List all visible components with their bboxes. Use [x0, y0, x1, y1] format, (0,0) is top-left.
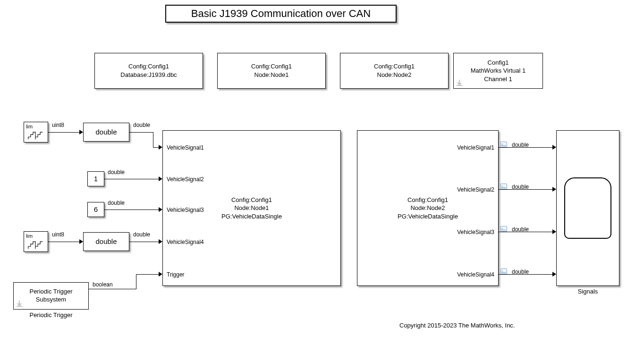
- constant-2[interactable]: 6: [87, 202, 104, 217]
- cfg2-line2: Node:Node1: [254, 71, 289, 79]
- signal-viewer-icon[interactable]: [500, 142, 507, 147]
- conv1-text: double: [95, 127, 117, 137]
- rx-port-1: VehicleSignal1: [457, 144, 494, 152]
- trigger-line1: Periodic Trigger: [29, 288, 72, 296]
- cfg1-line2: Database:J1939.dbc: [120, 71, 177, 79]
- rx-line2: Node:Node2: [398, 204, 458, 212]
- counter1-dtype: uint8: [52, 122, 64, 128]
- title-text: Basic J1939 Communication over CAN: [191, 7, 371, 21]
- cfg4-line3: Channel 1: [484, 75, 512, 84]
- periodic-trigger-subsystem[interactable]: Periodic Trigger Subsystem: [13, 282, 89, 310]
- dropdown-arrow-icon: [17, 301, 22, 307]
- trigger-caption: Periodic Trigger: [13, 311, 89, 319]
- scope-caption: Signals: [556, 288, 619, 295]
- rx2-dtype: double: [512, 184, 529, 190]
- trigger-dtype: boolean: [93, 281, 113, 288]
- tx-port-1: VehicleSignal1: [167, 144, 204, 152]
- scope-block[interactable]: [556, 130, 619, 286]
- conv1-dtype: double: [133, 122, 150, 128]
- counter-free-running-2[interactable]: lim: [24, 231, 48, 252]
- counter1-limit-label: lim: [26, 123, 33, 130]
- data-type-conversion-1[interactable]: double: [83, 123, 129, 142]
- tx-port-5: Trigger: [167, 271, 185, 279]
- tx-line2: Node:Node1: [221, 204, 282, 212]
- can-channel-config-block[interactable]: Config1 MathWorks Virtual 1 Channel 1: [453, 53, 543, 89]
- const1-value: 1: [94, 174, 98, 184]
- cfg3-line2: Node:Node2: [377, 71, 412, 79]
- tx-line1: Config:Config1: [221, 196, 282, 204]
- trigger-line2: Subsystem: [36, 296, 66, 304]
- cfg4-line2: MathWorks Virtual 1: [471, 67, 526, 75]
- cfg1-line1: Config:Config1: [128, 62, 169, 71]
- const1-dtype: double: [108, 169, 125, 176]
- tx-port-4: VehicleSignal4: [167, 239, 204, 246]
- rx-port-3: VehicleSignal3: [457, 229, 494, 236]
- j1939-node2-config-block[interactable]: Config:Config1 Node:Node2: [340, 53, 449, 89]
- signal-viewer-icon[interactable]: [500, 184, 507, 189]
- rx4-dtype: double: [512, 268, 529, 275]
- rx3-dtype: double: [512, 226, 529, 233]
- tx-port-2: VehicleSignal2: [167, 176, 204, 184]
- data-type-conversion-2[interactable]: double: [83, 232, 129, 251]
- rx-port-4: VehicleSignal4: [457, 271, 494, 279]
- signal-viewer-icon[interactable]: [500, 226, 507, 232]
- const2-dtype: double: [108, 200, 125, 206]
- rx-line1: Config:Config1: [398, 196, 458, 204]
- signal-viewer-icon[interactable]: [500, 268, 507, 274]
- const2-value: 6: [94, 205, 98, 214]
- rx-port-2: VehicleSignal2: [457, 186, 494, 194]
- rx1-dtype: double: [512, 142, 529, 148]
- conv2-dtype: double: [133, 231, 150, 238]
- j1939-network-config-block[interactable]: Config:Config1 Database:J1939.dbc: [94, 53, 203, 89]
- dropdown-arrow-icon: [457, 80, 462, 86]
- rx-line3: PG:VehicleDataSingle: [398, 212, 458, 221]
- conv2-text: double: [95, 237, 117, 246]
- tx-line3: PG:VehicleDataSingle: [221, 212, 282, 221]
- simulink-canvas[interactable]: Basic J1939 Communication over CAN Confi…: [0, 0, 644, 344]
- stair-icon: [26, 130, 45, 141]
- counter2-limit-label: lim: [26, 233, 33, 239]
- constant-1[interactable]: 1: [87, 171, 104, 186]
- model-title: Basic J1939 Communication over CAN: [165, 5, 397, 23]
- cfg2-line1: Config:Config1: [251, 62, 292, 71]
- j1939-receive-block[interactable]: VehicleSignal1 VehicleSignal2 VehicleSig…: [357, 130, 499, 286]
- stair-icon: [26, 239, 45, 251]
- counter-free-running-1[interactable]: lim: [24, 122, 48, 143]
- counter2-dtype: uint8: [52, 231, 64, 238]
- cfg4-line1: Config1: [488, 59, 509, 67]
- j1939-node1-config-block[interactable]: Config:Config1 Node:Node1: [217, 53, 326, 89]
- cfg3-line1: Config:Config1: [374, 62, 415, 71]
- scope-screen-icon: [564, 177, 611, 239]
- svg-rect-1: [17, 306, 22, 307]
- svg-rect-0: [457, 85, 462, 86]
- copyright-text: Copyright 2015-2023 The MathWorks, Inc.: [399, 322, 515, 329]
- j1939-transmit-block[interactable]: VehicleSignal1 VehicleSignal2 VehicleSig…: [162, 130, 341, 286]
- tx-port-3: VehicleSignal3: [167, 207, 204, 214]
